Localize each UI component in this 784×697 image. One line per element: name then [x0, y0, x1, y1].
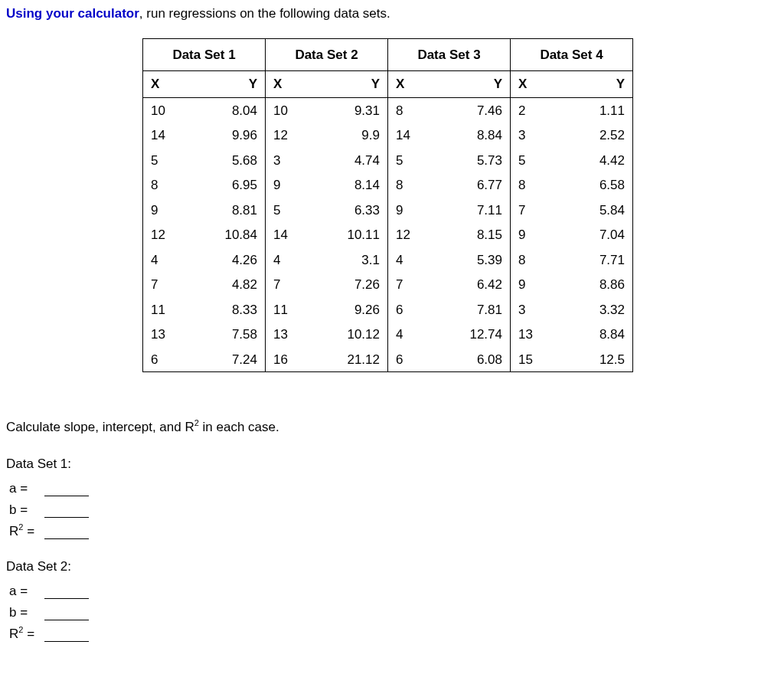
dataset-title: Data Set 3 — [388, 38, 511, 71]
cell-y: 5.84 — [557, 198, 633, 223]
table-row: 149.96129.9148.8432.52 — [143, 123, 633, 148]
cell-x: 11 — [266, 297, 312, 322]
cell-x: 14 — [143, 123, 189, 148]
cell-y: 4.74 — [312, 148, 388, 173]
dataset-title: Data Set 4 — [511, 38, 633, 71]
cell-y: 9.9 — [312, 123, 388, 148]
cell-x: 8 — [388, 172, 434, 198]
answer-blank[interactable] — [44, 584, 89, 599]
cell-y: 7.71 — [557, 247, 633, 273]
cell-y: 7.58 — [189, 322, 266, 347]
answer-row: b = — [9, 498, 778, 518]
cell-y: 12.5 — [557, 347, 633, 372]
answer-label: R2 = — [9, 625, 44, 642]
cell-x: 8 — [143, 172, 189, 198]
instruction-lead: Using your calculator — [6, 6, 139, 21]
dataset-title: Data Set 1 — [143, 38, 266, 71]
cell-y: 6.95 — [189, 172, 266, 198]
cell-x: 7 — [388, 272, 434, 297]
cell-x: 13 — [266, 322, 312, 347]
cell-x: 13 — [143, 322, 189, 347]
cell-y: 7.11 — [434, 198, 511, 223]
instruction-rest: , run regressions on the following data … — [139, 6, 390, 21]
cell-y: 8.15 — [434, 222, 511, 247]
cell-y: 9.96 — [189, 123, 266, 148]
answer-label: b = — [9, 502, 44, 518]
answer-group-title: Data Set 2: — [6, 559, 778, 574]
cell-y: 7.04 — [557, 222, 633, 247]
answer-label: b = — [9, 605, 44, 620]
cell-y: 5.39 — [434, 247, 511, 273]
col-x: X — [388, 71, 434, 98]
cell-y: 5.73 — [434, 148, 511, 173]
table-row: 1210.841410.11128.1597.04 — [143, 222, 633, 247]
cell-x: 5 — [511, 148, 557, 173]
cell-y: 12.74 — [434, 322, 511, 347]
cell-x: 7 — [266, 272, 312, 297]
cell-y: 8.04 — [189, 97, 266, 123]
answer-blank[interactable] — [44, 606, 89, 620]
answer-blank[interactable] — [44, 482, 89, 496]
answer-blank[interactable] — [44, 525, 89, 539]
col-x: X — [266, 71, 312, 98]
cell-y: 6.77 — [434, 172, 511, 198]
cell-x: 9 — [511, 272, 557, 297]
cell-x: 5 — [266, 198, 312, 223]
cell-x: 3 — [266, 148, 312, 173]
answer-row: b = — [9, 600, 778, 620]
cell-y: 7.46 — [434, 97, 511, 123]
cell-x: 8 — [511, 172, 557, 198]
cell-x: 11 — [143, 297, 189, 322]
cell-x: 3 — [511, 297, 557, 322]
col-y: Y — [557, 71, 633, 98]
table-row: 98.8156.3397.1175.84 — [143, 198, 633, 223]
table-row: 44.2643.145.3987.71 — [143, 247, 633, 273]
cell-x: 4 — [266, 247, 312, 273]
cell-x: 3 — [511, 123, 557, 148]
cell-y: 8.86 — [557, 272, 633, 297]
cell-y: 8.84 — [557, 322, 633, 347]
cell-x: 13 — [511, 322, 557, 347]
answer-blank[interactable] — [44, 627, 89, 642]
cell-y: 7.24 — [189, 347, 266, 372]
col-x: X — [143, 71, 189, 98]
cell-x: 10 — [266, 97, 312, 123]
cell-x: 10 — [143, 97, 189, 123]
col-x: X — [511, 71, 557, 98]
dataset-title: Data Set 2 — [266, 38, 388, 71]
answer-row: a = — [9, 476, 778, 496]
cell-x: 9 — [388, 198, 434, 223]
answer-group: Data Set 2:a =b =R2 = — [6, 559, 778, 642]
col-y: Y — [189, 71, 266, 98]
cell-y: 8.84 — [434, 123, 511, 148]
table-row: 108.04109.3187.4621.11 — [143, 97, 633, 123]
cell-x: 9 — [266, 172, 312, 198]
cell-x: 8 — [511, 247, 557, 273]
cell-x: 7 — [511, 198, 557, 223]
cell-x: 12 — [266, 123, 312, 148]
cell-y: 7.81 — [434, 297, 511, 322]
cell-x: 12 — [143, 222, 189, 247]
cell-y: 9.26 — [312, 297, 388, 322]
cell-y: 8.81 — [189, 198, 266, 223]
cell-y: 9.31 — [312, 97, 388, 123]
cell-x: 8 — [388, 97, 434, 123]
cell-y: 10.84 — [189, 222, 266, 247]
table-row: 67.241621.1266.081512.5 — [143, 347, 633, 372]
cell-x: 7 — [143, 272, 189, 297]
cell-y: 6.42 — [434, 272, 511, 297]
instruction: Using your calculator, run regressions o… — [6, 5, 778, 23]
table-row: 86.9598.1486.7786.58 — [143, 172, 633, 198]
table-row: 55.6834.7455.7354.42 — [143, 148, 633, 173]
cell-y: 1.11 — [557, 97, 633, 123]
cell-y: 8.14 — [312, 172, 388, 198]
cell-y: 10.11 — [312, 222, 388, 247]
answer-blank[interactable] — [44, 503, 89, 518]
cell-y: 10.12 — [312, 322, 388, 347]
cell-y: 6.58 — [557, 172, 633, 198]
cell-x: 9 — [143, 198, 189, 223]
cell-y: 4.42 — [557, 148, 633, 173]
col-y: Y — [312, 71, 388, 98]
answer-row: a = — [9, 579, 778, 599]
cell-y: 3.32 — [557, 297, 633, 322]
